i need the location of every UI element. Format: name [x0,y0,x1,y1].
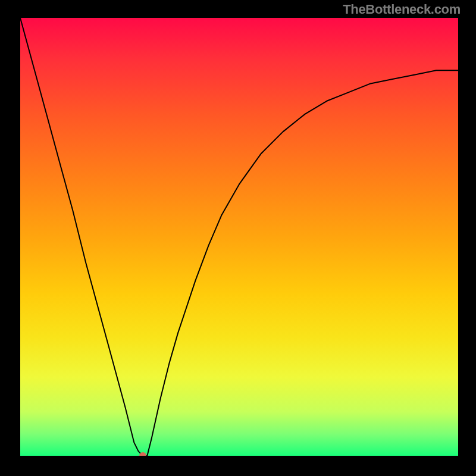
chart-frame: TheBottleneck.com [0,0,476,476]
attribution-watermark: TheBottleneck.com [343,2,461,17]
chart-plot-area [20,18,458,456]
chart-curve [20,18,458,456]
